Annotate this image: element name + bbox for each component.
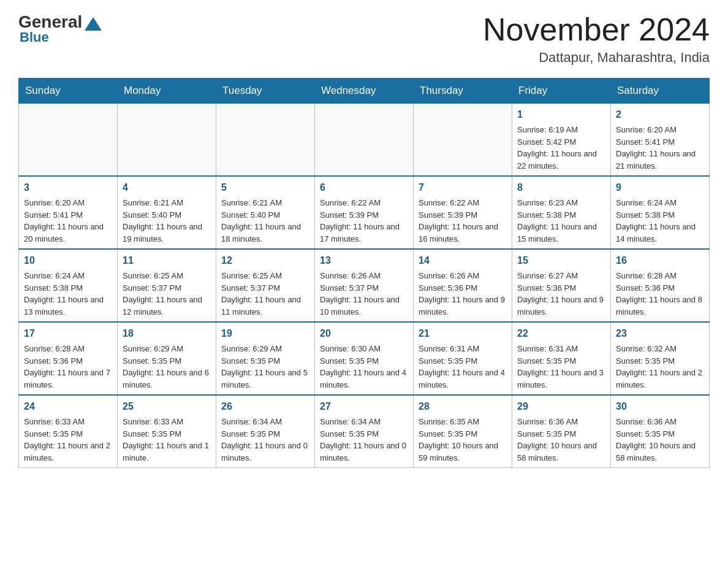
calendar-cell: 28Sunrise: 6:35 AM Sunset: 5:35 PM Dayli… [414, 395, 512, 468]
day-info: Sunrise: 6:25 AM Sunset: 5:37 PM Dayligh… [221, 270, 309, 318]
calendar-cell [19, 104, 118, 177]
title-section: November 2024 Dattapur, Maharashtra, Ind… [483, 12, 710, 66]
day-number: 23 [616, 326, 704, 341]
day-info: Sunrise: 6:30 AM Sunset: 5:35 PM Dayligh… [320, 343, 408, 391]
page-header: General Blue November 2024 Dattapur, Mah… [18, 12, 710, 66]
day-header-thursday: Thursday [414, 79, 512, 104]
day-info: Sunrise: 6:28 AM Sunset: 5:36 PM Dayligh… [616, 270, 704, 318]
calendar-cell [216, 104, 315, 177]
day-info: Sunrise: 6:32 AM Sunset: 5:35 PM Dayligh… [616, 343, 704, 391]
calendar-cell: 16Sunrise: 6:28 AM Sunset: 5:36 PM Dayli… [611, 249, 710, 322]
calendar-cell [414, 104, 512, 177]
day-info: Sunrise: 6:19 AM Sunset: 5:42 PM Dayligh… [517, 124, 605, 172]
calendar-week-row: 17Sunrise: 6:28 AM Sunset: 5:36 PM Dayli… [19, 322, 710, 395]
day-number: 4 [123, 180, 211, 195]
day-number: 24 [24, 399, 112, 414]
logo-blue-text: Blue [20, 29, 49, 45]
day-info: Sunrise: 6:31 AM Sunset: 5:35 PM Dayligh… [419, 343, 507, 391]
day-info: Sunrise: 6:36 AM Sunset: 5:35 PM Dayligh… [616, 416, 704, 464]
day-info: Sunrise: 6:23 AM Sunset: 5:38 PM Dayligh… [517, 197, 605, 245]
calendar-cell: 4Sunrise: 6:21 AM Sunset: 5:40 PM Daylig… [118, 176, 216, 249]
location-text: Dattapur, Maharashtra, India [483, 50, 710, 66]
calendar-cell: 26Sunrise: 6:34 AM Sunset: 5:35 PM Dayli… [216, 395, 315, 468]
calendar-cell: 24Sunrise: 6:33 AM Sunset: 5:35 PM Dayli… [19, 395, 118, 468]
day-number: 15 [517, 253, 605, 268]
day-header-tuesday: Tuesday [216, 79, 315, 104]
calendar-cell: 8Sunrise: 6:23 AM Sunset: 5:38 PM Daylig… [512, 176, 611, 249]
day-number: 16 [616, 253, 704, 268]
calendar-cell: 11Sunrise: 6:25 AM Sunset: 5:37 PM Dayli… [118, 249, 216, 322]
day-info: Sunrise: 6:24 AM Sunset: 5:38 PM Dayligh… [616, 197, 704, 245]
day-info: Sunrise: 6:22 AM Sunset: 5:39 PM Dayligh… [419, 197, 507, 245]
day-number: 2 [616, 107, 704, 122]
day-number: 13 [320, 253, 408, 268]
day-number: 6 [320, 180, 408, 195]
day-info: Sunrise: 6:20 AM Sunset: 5:41 PM Dayligh… [616, 124, 704, 172]
calendar-cell: 9Sunrise: 6:24 AM Sunset: 5:38 PM Daylig… [611, 176, 710, 249]
day-info: Sunrise: 6:22 AM Sunset: 5:39 PM Dayligh… [320, 197, 408, 245]
calendar-cell: 27Sunrise: 6:34 AM Sunset: 5:35 PM Dayli… [315, 395, 414, 468]
calendar-cell: 23Sunrise: 6:32 AM Sunset: 5:35 PM Dayli… [611, 322, 710, 395]
calendar-cell: 30Sunrise: 6:36 AM Sunset: 5:35 PM Dayli… [611, 395, 710, 468]
day-number: 7 [419, 180, 507, 195]
day-number: 22 [517, 326, 605, 341]
calendar-cell: 29Sunrise: 6:36 AM Sunset: 5:35 PM Dayli… [512, 395, 611, 468]
calendar-cell: 2Sunrise: 6:20 AM Sunset: 5:41 PM Daylig… [611, 104, 710, 177]
calendar-cell: 15Sunrise: 6:27 AM Sunset: 5:36 PM Dayli… [512, 249, 611, 322]
calendar-cell: 5Sunrise: 6:21 AM Sunset: 5:40 PM Daylig… [216, 176, 315, 249]
day-number: 10 [24, 253, 112, 268]
day-info: Sunrise: 6:33 AM Sunset: 5:35 PM Dayligh… [24, 416, 112, 464]
calendar-cell: 25Sunrise: 6:33 AM Sunset: 5:35 PM Dayli… [118, 395, 216, 468]
day-info: Sunrise: 6:25 AM Sunset: 5:37 PM Dayligh… [123, 270, 211, 318]
calendar-cell: 1Sunrise: 6:19 AM Sunset: 5:42 PM Daylig… [512, 104, 611, 177]
day-info: Sunrise: 6:31 AM Sunset: 5:35 PM Dayligh… [517, 343, 605, 391]
day-number: 29 [517, 399, 605, 414]
day-info: Sunrise: 6:29 AM Sunset: 5:35 PM Dayligh… [221, 343, 309, 391]
day-number: 9 [616, 180, 704, 195]
day-info: Sunrise: 6:21 AM Sunset: 5:40 PM Dayligh… [123, 197, 211, 245]
calendar-week-row: 3Sunrise: 6:20 AM Sunset: 5:41 PM Daylig… [19, 176, 710, 249]
day-info: Sunrise: 6:29 AM Sunset: 5:35 PM Dayligh… [123, 343, 211, 391]
day-info: Sunrise: 6:24 AM Sunset: 5:38 PM Dayligh… [24, 270, 112, 318]
calendar-cell: 21Sunrise: 6:31 AM Sunset: 5:35 PM Dayli… [414, 322, 512, 395]
calendar-week-row: 1Sunrise: 6:19 AM Sunset: 5:42 PM Daylig… [19, 104, 710, 177]
day-info: Sunrise: 6:28 AM Sunset: 5:36 PM Dayligh… [24, 343, 112, 391]
day-number: 25 [123, 399, 211, 414]
day-info: Sunrise: 6:20 AM Sunset: 5:41 PM Dayligh… [24, 197, 112, 245]
calendar-cell: 7Sunrise: 6:22 AM Sunset: 5:39 PM Daylig… [414, 176, 512, 249]
day-number: 18 [123, 326, 211, 341]
day-number: 20 [320, 326, 408, 341]
day-number: 12 [221, 253, 309, 268]
day-number: 1 [517, 107, 605, 122]
day-info: Sunrise: 6:34 AM Sunset: 5:35 PM Dayligh… [221, 416, 309, 464]
calendar-cell: 13Sunrise: 6:26 AM Sunset: 5:37 PM Dayli… [315, 249, 414, 322]
calendar-week-row: 24Sunrise: 6:33 AM Sunset: 5:35 PM Dayli… [19, 395, 710, 468]
calendar-cell: 3Sunrise: 6:20 AM Sunset: 5:41 PM Daylig… [19, 176, 118, 249]
calendar-cell: 6Sunrise: 6:22 AM Sunset: 5:39 PM Daylig… [315, 176, 414, 249]
day-number: 17 [24, 326, 112, 341]
calendar-header-row: SundayMondayTuesdayWednesdayThursdayFrid… [19, 79, 710, 104]
day-number: 26 [221, 399, 309, 414]
day-number: 14 [419, 253, 507, 268]
calendar-cell: 14Sunrise: 6:26 AM Sunset: 5:36 PM Dayli… [414, 249, 512, 322]
day-number: 5 [221, 180, 309, 195]
day-header-sunday: Sunday [19, 79, 118, 104]
calendar-cell: 10Sunrise: 6:24 AM Sunset: 5:38 PM Dayli… [19, 249, 118, 322]
day-info: Sunrise: 6:34 AM Sunset: 5:35 PM Dayligh… [320, 416, 408, 464]
calendar-week-row: 10Sunrise: 6:24 AM Sunset: 5:38 PM Dayli… [19, 249, 710, 322]
calendar-cell: 17Sunrise: 6:28 AM Sunset: 5:36 PM Dayli… [19, 322, 118, 395]
day-number: 27 [320, 399, 408, 414]
day-number: 11 [123, 253, 211, 268]
day-number: 8 [517, 180, 605, 195]
logo: General Blue [18, 12, 102, 45]
day-number: 21 [419, 326, 507, 341]
calendar-cell: 18Sunrise: 6:29 AM Sunset: 5:35 PM Dayli… [118, 322, 216, 395]
calendar-cell: 20Sunrise: 6:30 AM Sunset: 5:35 PM Dayli… [315, 322, 414, 395]
day-number: 19 [221, 326, 309, 341]
calendar-cell: 22Sunrise: 6:31 AM Sunset: 5:35 PM Dayli… [512, 322, 611, 395]
day-number: 30 [616, 399, 704, 414]
day-info: Sunrise: 6:35 AM Sunset: 5:35 PM Dayligh… [419, 416, 507, 464]
day-info: Sunrise: 6:27 AM Sunset: 5:36 PM Dayligh… [517, 270, 605, 318]
day-header-saturday: Saturday [611, 79, 710, 104]
calendar-cell: 19Sunrise: 6:29 AM Sunset: 5:35 PM Dayli… [216, 322, 315, 395]
